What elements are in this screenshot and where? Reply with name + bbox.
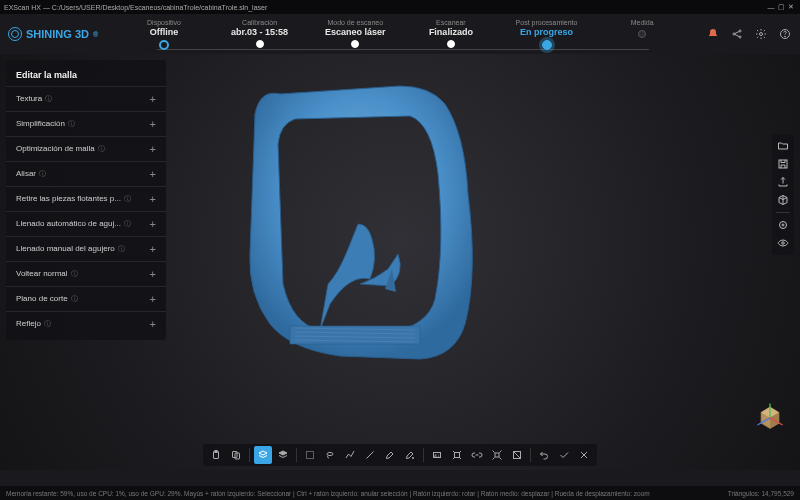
svg-point-9 bbox=[782, 242, 785, 245]
expand-icon[interactable]: + bbox=[150, 93, 156, 105]
clipboard-copy-icon[interactable] bbox=[227, 446, 245, 464]
expand-icon[interactable]: + bbox=[150, 243, 156, 255]
viewport[interactable]: Editar la malla Texturaⓘ+Simplificaciónⓘ… bbox=[0, 54, 800, 470]
brand-text: SHINING 3D bbox=[26, 28, 89, 40]
svg-point-8 bbox=[782, 224, 784, 226]
confirm-icon[interactable] bbox=[555, 446, 573, 464]
separator bbox=[296, 448, 297, 462]
svg-rect-10 bbox=[290, 326, 420, 344]
stage-value: En progreso bbox=[520, 27, 573, 37]
separator bbox=[423, 448, 424, 462]
all-icon[interactable]: ALL bbox=[428, 446, 446, 464]
folder-icon[interactable] bbox=[775, 138, 791, 154]
shrink-icon[interactable] bbox=[488, 446, 506, 464]
clipboard-icon[interactable] bbox=[207, 446, 225, 464]
stage-label: Escanear bbox=[436, 19, 466, 26]
expand-icon[interactable]: + bbox=[150, 218, 156, 230]
gear-icon[interactable] bbox=[754, 27, 768, 41]
expand-icon[interactable]: + bbox=[150, 293, 156, 305]
mesh-tool-optimizaci-n-de-mall[interactable]: Optimización de mallaⓘ+ bbox=[6, 136, 166, 161]
side-item-label: Llenado manual del agujeroⓘ bbox=[16, 244, 125, 254]
rect-select-icon[interactable] bbox=[301, 446, 319, 464]
side-item-label: Simplificaciónⓘ bbox=[16, 119, 75, 129]
side-item-label: Reflejoⓘ bbox=[16, 319, 51, 329]
stage-modo-de-escaneo[interactable]: Modo de escaneoEscaneo láser bbox=[307, 19, 403, 48]
stage-dot-icon bbox=[542, 40, 552, 50]
layers-front-icon[interactable] bbox=[274, 446, 292, 464]
edit-mesh-panel: Editar la malla Texturaⓘ+Simplificaciónⓘ… bbox=[6, 60, 166, 340]
separator bbox=[776, 212, 790, 213]
cube-icon[interactable] bbox=[775, 192, 791, 208]
info-icon: ⓘ bbox=[71, 295, 78, 302]
layers-back-icon[interactable] bbox=[254, 446, 272, 464]
top-right-icons bbox=[706, 27, 792, 41]
expand-icon[interactable]: + bbox=[150, 143, 156, 155]
export-icon[interactable] bbox=[775, 174, 791, 190]
stage-calibración[interactable]: Calibraciónabr.03 - 15:58 bbox=[212, 19, 308, 48]
undo-icon[interactable] bbox=[535, 446, 553, 464]
svg-rect-19 bbox=[307, 452, 314, 459]
mesh-tool-plano-de-corte[interactable]: Plano de corteⓘ+ bbox=[6, 286, 166, 311]
window-minimize-button[interactable]: — bbox=[766, 4, 776, 11]
stage-dispositivo[interactable]: DispositivoOffline bbox=[116, 19, 212, 50]
svg-point-7 bbox=[780, 222, 787, 229]
info-icon: ⓘ bbox=[98, 145, 105, 152]
mesh-tool-alisar[interactable]: Alisarⓘ+ bbox=[6, 161, 166, 186]
stage-label: Post procesamiento bbox=[516, 19, 578, 26]
stage-connector-line bbox=[157, 49, 649, 50]
target-icon[interactable] bbox=[775, 217, 791, 233]
mesh-tool-voltear-normal[interactable]: Voltear normalⓘ+ bbox=[6, 261, 166, 286]
orientation-gizmo[interactable] bbox=[752, 398, 788, 434]
mesh-tool-textura[interactable]: Texturaⓘ+ bbox=[6, 86, 166, 111]
polyline-icon[interactable] bbox=[341, 446, 359, 464]
separator bbox=[530, 448, 531, 462]
expand-icon[interactable]: + bbox=[150, 193, 156, 205]
side-item-label: Texturaⓘ bbox=[16, 94, 52, 104]
expand-icon[interactable]: + bbox=[150, 118, 156, 130]
bell-warn-icon[interactable] bbox=[706, 27, 720, 41]
grow-icon[interactable] bbox=[448, 446, 466, 464]
mesh-tool-llenado-manual-del-a[interactable]: Llenado manual del agujeroⓘ+ bbox=[6, 236, 166, 261]
brush-plus-icon[interactable] bbox=[401, 446, 419, 464]
stage-medida[interactable]: Medida bbox=[594, 19, 690, 38]
svg-rect-23 bbox=[495, 453, 499, 457]
info-icon: ⓘ bbox=[44, 320, 51, 327]
stage-label: Calibración bbox=[242, 19, 277, 26]
svg-rect-22 bbox=[455, 453, 460, 458]
window-maximize-button[interactable]: ▢ bbox=[776, 3, 786, 11]
mesh-tool-reflejo[interactable]: Reflejoⓘ+ bbox=[6, 311, 166, 336]
brush-icon[interactable] bbox=[381, 446, 399, 464]
invert-icon[interactable] bbox=[508, 446, 526, 464]
link-icon[interactable] bbox=[468, 446, 486, 464]
line-icon[interactable] bbox=[361, 446, 379, 464]
mesh-tool-llenado-autom-tico-d[interactable]: Llenado automático de aguj...ⓘ+ bbox=[6, 211, 166, 236]
status-right: Triángulos: 14,795,529 bbox=[728, 490, 794, 497]
help-icon[interactable] bbox=[778, 27, 792, 41]
right-toolbar bbox=[772, 134, 794, 255]
expand-icon[interactable]: + bbox=[150, 168, 156, 180]
save-icon[interactable] bbox=[775, 156, 791, 172]
stage-value: abr.03 - 15:58 bbox=[231, 27, 288, 37]
panel-title: Editar la malla bbox=[6, 64, 166, 86]
eye-icon[interactable] bbox=[775, 235, 791, 251]
status-bar: Memoria restante: 59%, uso de CPU: 1%, u… bbox=[0, 486, 800, 500]
stage-value: Offline bbox=[150, 27, 179, 37]
side-item-label: Optimización de mallaⓘ bbox=[16, 144, 105, 154]
expand-icon[interactable]: + bbox=[150, 268, 156, 280]
stage-value: Finalizado bbox=[429, 27, 473, 37]
mesh-tool-retire-las-piezas-fl[interactable]: Retire las piezas flotantes p...ⓘ+ bbox=[6, 186, 166, 211]
side-item-label: Plano de corteⓘ bbox=[16, 294, 78, 304]
svg-point-1 bbox=[739, 30, 741, 32]
window-close-button[interactable]: ✕ bbox=[786, 3, 796, 11]
stage-dot-icon bbox=[159, 40, 169, 50]
stage-post-procesamiento[interactable]: Post procesamientoEn progreso bbox=[499, 19, 595, 50]
expand-icon[interactable]: + bbox=[150, 318, 156, 330]
mesh-tool-simplificaci-n[interactable]: Simplificaciónⓘ+ bbox=[6, 111, 166, 136]
info-icon: ⓘ bbox=[118, 245, 125, 252]
brand-reg: ® bbox=[93, 31, 98, 38]
side-item-label: Llenado automático de aguj...ⓘ bbox=[16, 219, 131, 229]
stage-escanear[interactable]: EscanearFinalizado bbox=[403, 19, 499, 48]
cancel-icon[interactable] bbox=[575, 446, 593, 464]
lasso-icon[interactable] bbox=[321, 446, 339, 464]
share-icon[interactable] bbox=[730, 27, 744, 41]
